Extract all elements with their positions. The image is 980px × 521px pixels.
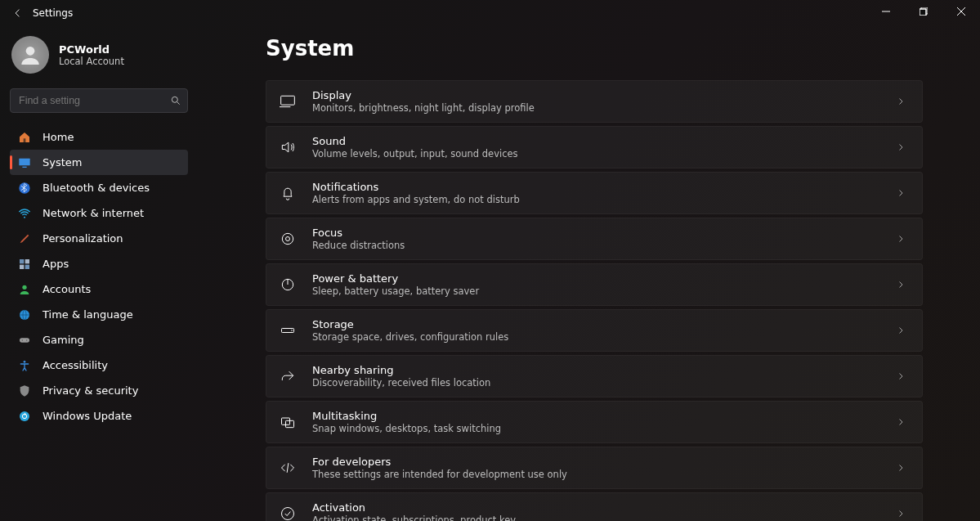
nav-item-accounts[interactable]: Accounts	[10, 276, 188, 302]
check-icon	[278, 504, 298, 521]
search-box[interactable]	[10, 88, 188, 113]
brush-icon	[18, 232, 31, 245]
card-sub: Activation state, subscriptions, product…	[312, 514, 881, 521]
chevron-right-icon	[896, 371, 906, 381]
wifi-icon	[18, 207, 31, 220]
svg-rect-16	[20, 264, 24, 268]
card-sub: Snap windows, desktops, task switching	[312, 423, 881, 434]
svg-point-30	[286, 237, 290, 241]
nav-label: Time & language	[43, 308, 133, 321]
card-sub: Volume levels, output, input, sound devi…	[312, 148, 881, 159]
card-sub: Sleep, battery usage, battery saver	[312, 285, 881, 297]
chevron-right-icon	[896, 188, 906, 198]
nav-item-system[interactable]: System	[10, 150, 188, 175]
svg-point-13	[24, 216, 25, 218]
svg-point-29	[282, 233, 293, 244]
svg-rect-2	[920, 9, 926, 16]
share-icon	[278, 366, 298, 386]
card-sound[interactable]: SoundVolume levels, output, input, sound…	[266, 126, 923, 168]
svg-rect-17	[25, 264, 29, 268]
card-title: Notifications	[312, 181, 881, 193]
card-focus[interactable]: FocusReduce distractions	[266, 218, 923, 260]
nav-item-update[interactable]: Windows Update	[10, 403, 188, 429]
svg-rect-14	[20, 259, 24, 263]
back-button[interactable]	[5, 0, 31, 26]
controller-icon	[18, 334, 31, 347]
card-title: Activation	[312, 501, 881, 514]
card-title: Storage	[312, 318, 881, 330]
card-title: Display	[312, 89, 881, 101]
card-developers[interactable]: For developersThese settings are intende…	[266, 447, 923, 489]
svg-rect-15	[25, 259, 29, 263]
svg-rect-22	[20, 338, 29, 342]
nav-label: Windows Update	[43, 410, 132, 422]
code-icon	[278, 458, 298, 478]
nav-item-home[interactable]: Home	[10, 124, 188, 150]
svg-point-23	[22, 339, 23, 340]
profile-name: PCWorld	[59, 43, 124, 56]
minimize-button[interactable]	[867, 0, 905, 23]
nav-label: System	[43, 156, 82, 168]
page-title: System	[266, 36, 923, 61]
nav-item-accessibility[interactable]: Accessibility	[10, 353, 188, 378]
nav-label: Accounts	[43, 283, 91, 295]
card-activation[interactable]: ActivationActivation state, subscription…	[266, 492, 923, 521]
chevron-right-icon	[896, 509, 906, 519]
nav-item-personalization[interactable]: Personalization	[10, 226, 188, 251]
display-icon	[278, 92, 298, 111]
card-title: For developers	[312, 456, 881, 468]
search-input[interactable]	[10, 88, 188, 113]
svg-point-6	[26, 47, 35, 56]
avatar	[11, 36, 49, 74]
maximize-button[interactable]	[905, 0, 942, 23]
nav-item-bluetooth[interactable]: Bluetooth & devices	[10, 175, 188, 200]
card-power[interactable]: Power & batterySleep, battery usage, bat…	[266, 263, 923, 306]
sound-icon	[278, 137, 298, 157]
nav-item-network[interactable]: Network & internet	[10, 200, 188, 226]
card-title: Multitasking	[312, 410, 881, 422]
nav-item-privacy[interactable]: Privacy & security	[10, 378, 188, 403]
shield-icon	[18, 384, 31, 397]
svg-point-18	[22, 285, 26, 289]
profile-block[interactable]: PCWorld Local Account	[10, 36, 235, 85]
window-title: Settings	[31, 7, 73, 19]
window-controls	[867, 0, 980, 23]
card-multitasking[interactable]: MultitaskingSnap windows, desktops, task…	[266, 401, 923, 443]
nav-item-gaming[interactable]: Gaming	[10, 327, 188, 353]
globe-icon	[18, 308, 31, 321]
bluetooth-icon	[18, 182, 31, 195]
svg-point-7	[172, 97, 177, 102]
chevron-right-icon	[896, 280, 906, 290]
chevron-right-icon	[896, 234, 906, 244]
multitask-icon	[278, 412, 298, 432]
nav-item-time[interactable]: Time & language	[10, 302, 188, 327]
sidebar: PCWorld Local Account Home System Blueto…	[0, 26, 241, 521]
card-notifications[interactable]: NotificationsAlerts from apps and system…	[266, 172, 923, 214]
system-icon	[18, 156, 31, 169]
chevron-right-icon	[896, 463, 906, 473]
search-icon	[170, 95, 181, 106]
card-sub: Monitors, brightness, night light, displ…	[312, 102, 881, 114]
chevron-right-icon	[896, 417, 906, 427]
nav-label: Home	[43, 131, 74, 143]
card-sub: Storage space, drives, configuration rul…	[312, 331, 881, 343]
card-sub: Discoverability, received files location	[312, 377, 881, 389]
svg-rect-9	[24, 138, 26, 142]
nav-label: Personalization	[43, 232, 123, 245]
card-sub: These settings are intended for developm…	[312, 469, 881, 480]
card-title: Sound	[312, 135, 881, 147]
chevron-right-icon	[896, 326, 906, 335]
update-icon	[18, 410, 31, 423]
svg-line-8	[177, 102, 180, 105]
close-button[interactable]	[942, 0, 980, 23]
card-display[interactable]: DisplayMonitors, brightness, night light…	[266, 80, 923, 123]
chevron-right-icon	[896, 97, 906, 106]
card-sub: Reduce distractions	[312, 240, 881, 251]
nav-label: Network & internet	[43, 207, 144, 219]
svg-rect-27	[281, 96, 295, 105]
card-nearby[interactable]: Nearby sharingDiscoverability, received …	[266, 355, 923, 397]
card-storage[interactable]: StorageStorage space, drives, configurat…	[266, 309, 923, 352]
nav-item-apps[interactable]: Apps	[10, 251, 188, 276]
svg-rect-10	[19, 158, 29, 165]
profile-sub: Local Account	[59, 56, 124, 67]
